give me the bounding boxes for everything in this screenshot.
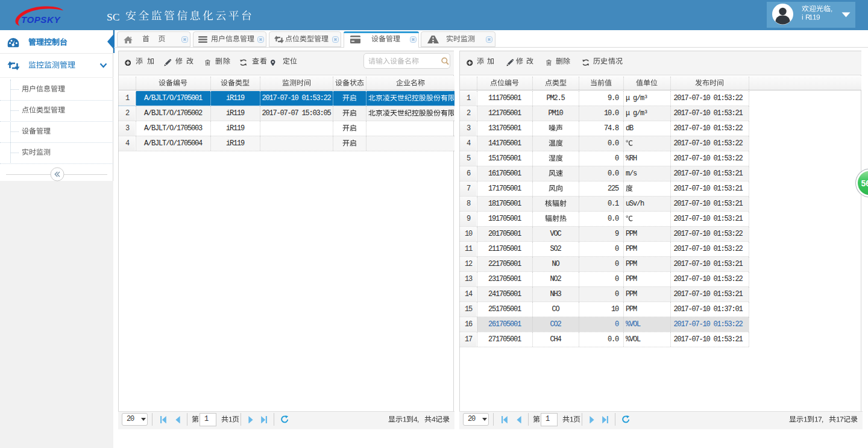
svg-text:TOPSKY: TOPSKY [21, 14, 61, 25]
svg-text:56: 56 [861, 178, 868, 188]
